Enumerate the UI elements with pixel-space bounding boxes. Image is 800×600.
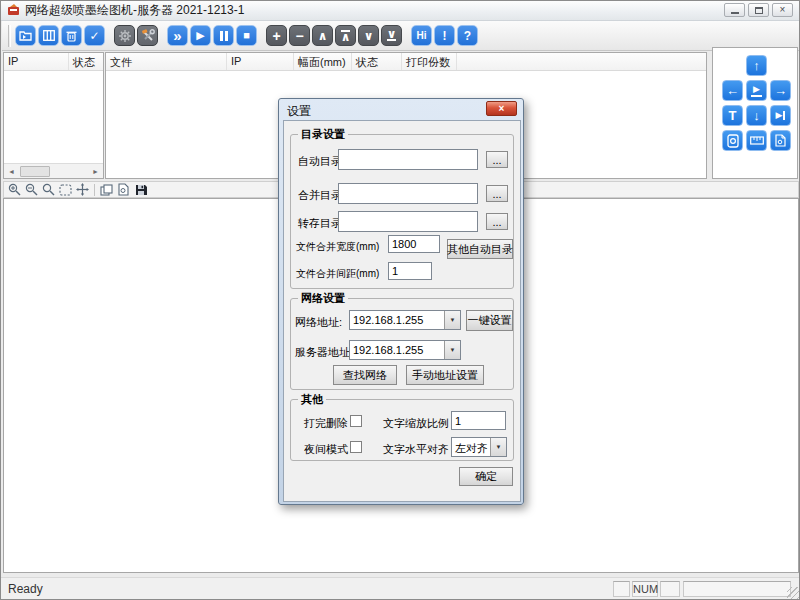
delete-button[interactable] xyxy=(61,25,82,46)
add-button[interactable]: + xyxy=(266,25,287,46)
resize-grip[interactable] xyxy=(787,587,800,600)
text-tool-button[interactable]: T xyxy=(722,105,743,126)
app-window: 网络超级喷墨绘图机-服务器 2021-1213-1 × ✓ xyxy=(0,0,800,600)
find-network-button[interactable]: 查找网络 xyxy=(333,365,397,385)
scroll-left-icon[interactable]: ◄ xyxy=(4,164,19,179)
toolbar-separator xyxy=(94,184,95,196)
hi-button[interactable]: Hi xyxy=(411,25,432,46)
pan-move-icon xyxy=(76,183,89,196)
copy-button[interactable] xyxy=(99,183,114,197)
column-header-width[interactable]: 幅面(mm) xyxy=(294,53,352,70)
other-auto-dir-button[interactable]: 其他自动目录 xyxy=(447,239,513,259)
auto-dir-input[interactable] xyxy=(338,149,478,170)
save-dir-input[interactable] xyxy=(338,211,478,232)
text-align-value: 左对齐 xyxy=(452,438,490,456)
select-region-button[interactable] xyxy=(58,183,73,197)
chevron-down-icon[interactable]: ▼ xyxy=(444,311,460,329)
scroll-right-icon[interactable]: ► xyxy=(88,164,103,179)
toolbar-grip xyxy=(8,25,11,47)
open-file-button[interactable] xyxy=(15,25,36,46)
chevron-down-icon: ∨ xyxy=(364,30,374,42)
dialog-body: 目录设置 自动目录 ... 合并目录 ... 转存目录 ... 文件合并宽度(m… xyxy=(283,120,521,502)
jog-left-button[interactable]: ← xyxy=(722,80,743,101)
dialog-close-button[interactable]: × xyxy=(486,101,517,116)
column-header-copies[interactable]: 打印份数 xyxy=(402,53,457,70)
move-down-button[interactable]: ∨ xyxy=(358,25,379,46)
help-button[interactable]: ? xyxy=(457,25,478,46)
skip-to-end-button[interactable]: ▶ xyxy=(770,105,791,126)
move-up-button[interactable]: ∧ xyxy=(312,25,333,46)
zoom-out-button[interactable] xyxy=(24,183,39,197)
alert-icon: ! xyxy=(443,30,447,42)
measure-button[interactable] xyxy=(746,130,767,151)
status-pane xyxy=(683,581,791,597)
save-button[interactable] xyxy=(133,183,148,197)
main-toolbar: ✓ » ▶ ■ + − ∧ xyxy=(2,21,800,51)
column-header-status[interactable]: 状态 xyxy=(69,53,103,70)
merge-gap-input[interactable] xyxy=(388,262,432,280)
onekey-setup-button[interactable]: 一键设置 xyxy=(466,310,513,331)
net-addr-combobox[interactable]: 192.168.1.255 ▼ xyxy=(349,310,461,330)
manual-address-button[interactable]: 手动地址设置 xyxy=(406,365,484,385)
chevron-down-icon[interactable]: ▼ xyxy=(444,341,460,359)
columns-view-button[interactable] xyxy=(38,25,59,46)
merge-dir-browse-button[interactable]: ... xyxy=(486,185,508,202)
print-test-button[interactable]: ▶ xyxy=(746,80,767,101)
play-ruler-icon: ▶ xyxy=(753,85,760,94)
move-to-top-button[interactable]: ∧ xyxy=(335,25,356,46)
night-mode-label: 夜间模式 xyxy=(304,442,348,457)
pan-button[interactable] xyxy=(75,183,90,197)
merge-gap-label: 文件合并间距(mm) xyxy=(296,267,379,281)
maximize-button[interactable] xyxy=(748,3,769,17)
delete-after-checkbox[interactable] xyxy=(350,415,362,427)
fast-forward-button[interactable]: » xyxy=(167,25,188,46)
minimize-button[interactable] xyxy=(724,3,745,17)
zoom-fit-button[interactable] xyxy=(41,183,56,197)
column-header-file[interactable]: 文件 xyxy=(106,53,227,70)
arrow-down-icon: ↓ xyxy=(753,109,760,122)
night-mode-checkbox[interactable] xyxy=(350,441,362,453)
print-preview-button[interactable] xyxy=(116,183,131,197)
alert-button[interactable]: ! xyxy=(434,25,455,46)
clients-hscrollbar[interactable]: ◄ ► xyxy=(4,163,103,178)
text-align-combobox[interactable]: 左对齐 ▼ xyxy=(451,437,507,457)
status-bar: Ready NUM xyxy=(1,577,800,600)
gear-icon xyxy=(118,29,132,43)
jog-up-button[interactable]: ↑ xyxy=(746,55,767,76)
settings-button[interactable] xyxy=(114,25,135,46)
chevron-down-icon[interactable]: ▼ xyxy=(490,438,506,456)
tools-button[interactable] xyxy=(137,25,158,46)
text-scale-input[interactable] xyxy=(451,411,506,430)
auto-dir-browse-button[interactable]: ... xyxy=(486,151,508,168)
report-button[interactable] xyxy=(770,130,791,151)
server-addr-combobox[interactable]: 192.168.1.255 ▼ xyxy=(349,340,461,360)
save-dir-browse-button[interactable]: ... xyxy=(486,213,508,230)
minus-icon: − xyxy=(295,29,303,43)
zoom-out-icon xyxy=(25,183,38,196)
auto-dir-label: 自动目录 xyxy=(298,154,342,169)
confirm-button[interactable]: ✓ xyxy=(84,25,105,46)
scrollbar-thumb[interactable] xyxy=(20,166,50,177)
merge-dir-input[interactable] xyxy=(338,183,478,204)
merge-width-input[interactable] xyxy=(388,235,440,253)
column-header-ip[interactable]: IP xyxy=(227,53,294,70)
open-folder-icon xyxy=(19,30,32,41)
stop-button[interactable]: ■ xyxy=(236,25,257,46)
pause-button[interactable] xyxy=(213,25,234,46)
dialog-title: 设置 xyxy=(287,103,311,120)
nozzle-check-button[interactable] xyxy=(722,130,743,151)
remove-button[interactable]: − xyxy=(289,25,310,46)
jog-down-button[interactable]: ↓ xyxy=(746,105,767,126)
ok-button[interactable]: 确定 xyxy=(459,467,513,486)
hammer-wrench-icon xyxy=(141,29,155,43)
play-button[interactable]: ▶ xyxy=(190,25,211,46)
hi-label: Hi xyxy=(417,31,427,41)
zoom-in-button[interactable] xyxy=(7,183,22,197)
num-lock-indicator: NUM xyxy=(632,581,658,597)
column-header-ip[interactable]: IP xyxy=(4,53,69,70)
fast-forward-icon: » xyxy=(173,28,181,43)
close-button[interactable]: × xyxy=(772,3,793,17)
jog-right-button[interactable]: → xyxy=(770,80,791,101)
move-to-bottom-button[interactable]: ∨ xyxy=(381,25,402,46)
column-header-status[interactable]: 状态 xyxy=(352,53,402,70)
